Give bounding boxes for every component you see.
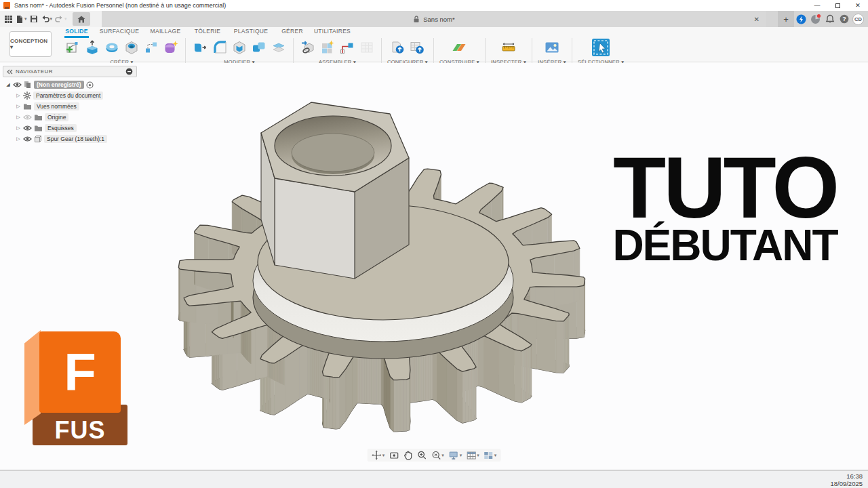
visibility-eye-icon[interactable] <box>23 136 32 142</box>
help-icon[interactable]: ? <box>837 12 851 26</box>
measure-icon[interactable] <box>500 39 517 56</box>
visibility-eye-icon[interactable] <box>13 81 22 88</box>
activate-radio-icon[interactable] <box>86 81 94 89</box>
tree-label[interactable]: Paramètres du document <box>33 92 103 100</box>
windows-taskbar: 16:38 18/09/2025 <box>0 470 868 488</box>
fillet-icon[interactable] <box>211 39 229 56</box>
maximize-button[interactable] <box>827 0 848 11</box>
home-button[interactable] <box>73 12 90 26</box>
tree-row-spur-gear[interactable]: ▷ Spur Gear (18 teeth):1 <box>5 134 107 144</box>
zoom-icon[interactable] <box>416 450 427 460</box>
configure-table-icon[interactable] <box>408 39 426 56</box>
create-sketch-icon[interactable] <box>64 39 81 56</box>
fit-icon[interactable]: ▾ <box>431 450 444 460</box>
document-icon <box>24 81 32 89</box>
group-assembler: ASSEMBLER ▾ <box>295 38 380 65</box>
expander-icon[interactable]: ▷ <box>16 115 21 120</box>
visibility-eye-off-icon[interactable] <box>23 114 32 121</box>
tree-root-row[interactable]: ◢ (Non enregistré) <box>5 79 107 90</box>
tab-close-icon[interactable]: ✕ <box>754 16 760 23</box>
expander-icon[interactable]: ▷ <box>16 136 21 142</box>
gear-settings-icon <box>23 92 31 100</box>
combine-icon[interactable] <box>250 39 268 56</box>
group-creer: CRÉER ▾ <box>60 38 184 65</box>
tree-row-vues[interactable]: ▷ Vues nommées <box>5 101 107 112</box>
look-at-icon[interactable] <box>389 451 399 460</box>
workspace-selector[interactable]: CONCEPTION ▾ <box>9 31 52 57</box>
expander-icon[interactable]: ▷ <box>16 104 21 109</box>
folder-icon <box>34 125 43 132</box>
view-navigation-toolbar: ▾ ▾ ▾ ▾ ▾ <box>368 449 501 462</box>
expander-icon[interactable]: ▷ <box>16 93 21 98</box>
new-component-icon[interactable] <box>319 39 336 56</box>
taskbar-clock[interactable]: 16:38 18/09/2025 <box>830 472 863 487</box>
insert-image-icon[interactable] <box>543 39 561 56</box>
overlay-line1: TUTO <box>595 152 854 224</box>
press-pull-icon[interactable] <box>191 39 209 56</box>
group-selectionner: SÉLECTIONNER ▾ <box>574 38 628 65</box>
revolve-icon[interactable] <box>103 39 121 56</box>
pattern-icon[interactable] <box>142 39 160 56</box>
app-grid-icon[interactable] <box>4 15 13 24</box>
root-document-label[interactable]: (Non enregistré) <box>34 81 84 89</box>
tree-row-parametres[interactable]: ▷ Paramètres du document <box>5 90 107 101</box>
notifications-bell-icon[interactable] <box>823 12 837 26</box>
tree-label[interactable]: Esquisses <box>45 124 77 132</box>
hole-icon[interactable] <box>123 39 140 56</box>
tab-gerer[interactable]: GÉRER <box>281 28 303 35</box>
shell-icon[interactable] <box>231 39 248 56</box>
viewports-icon[interactable]: ▾ <box>484 451 497 460</box>
expander-open-icon[interactable]: ◢ <box>5 82 11 87</box>
tree-label[interactable]: Spur Gear (18 teeth):1 <box>44 135 107 143</box>
tree-row-esquisses[interactable]: ▷ Esquisses <box>5 123 107 134</box>
construction-plane-icon[interactable] <box>450 39 468 56</box>
document-tabstrip: Sans nom* ✕ ▾ ▾ ▾ + <box>0 11 868 27</box>
extrude-icon[interactable] <box>83 39 101 56</box>
display-settings-icon[interactable]: ▾ <box>448 450 462 460</box>
create-form-icon[interactable] <box>162 39 180 56</box>
model-viewport[interactable]: NAVIGATEUR ◢ (Non enregistré) ▷ Paramètr <box>0 63 868 470</box>
window-titlebar: Sans nom* - Autodesk Fusion Personnel (n… <box>0 0 868 11</box>
configure-icon[interactable] <box>389 39 406 56</box>
spur-gear-model[interactable] <box>156 78 617 447</box>
document-tab[interactable]: Sans nom* ✕ <box>102 11 766 27</box>
svg-text:?: ? <box>842 16 846 22</box>
panel-minus-icon[interactable] <box>125 68 133 75</box>
tree-label[interactable]: Origine <box>45 113 68 121</box>
job-status-icon[interactable] <box>808 12 823 26</box>
tree-row-origine[interactable]: ▷ Origine <box>5 112 107 123</box>
quick-access-toolbar: ▾ ▾ ▾ <box>0 11 102 27</box>
undo-icon[interactable]: ▾ <box>41 15 53 23</box>
tab-maillage[interactable]: MAILLAGE <box>151 28 181 35</box>
expander-icon[interactable]: ▷ <box>16 125 21 131</box>
user-avatar[interactable]: CD <box>852 14 864 25</box>
tab-surfacique[interactable]: SURFACIQUE <box>100 28 139 35</box>
select-tool-icon[interactable] <box>589 38 613 57</box>
collapse-panel-icon[interactable] <box>7 69 13 75</box>
save-icon[interactable] <box>30 15 38 23</box>
logo-product-code: FUS <box>55 415 106 445</box>
minimize-button[interactable]: — <box>807 0 827 11</box>
navigator-title: NAVIGATEUR <box>16 68 53 75</box>
split-body-icon[interactable] <box>270 39 288 56</box>
navigator-header[interactable]: NAVIGATEUR <box>3 66 137 77</box>
visibility-eye-icon[interactable] <box>23 125 32 131</box>
group-construire: CONSTRUIRE ▾ <box>435 38 484 65</box>
tab-utilitaires[interactable]: UTILITAIRES <box>314 28 351 35</box>
grid-settings-icon[interactable]: ▾ <box>466 451 479 460</box>
redo-icon[interactable]: ▾ <box>55 15 67 23</box>
joint-icon[interactable] <box>338 39 356 56</box>
pan-icon[interactable] <box>403 450 412 460</box>
tab-plastique[interactable]: PLASTIQUE <box>234 28 268 35</box>
tab-solide[interactable]: SOLIDE <box>65 28 87 35</box>
new-document-button[interactable]: + <box>778 11 794 27</box>
tab-tolerie[interactable]: TÔLERIE <box>195 28 220 35</box>
insert-derive-icon[interactable] <box>299 39 317 56</box>
extensions-icon[interactable] <box>794 12 808 26</box>
logo-letter: F <box>64 346 96 399</box>
folder-icon <box>23 103 32 110</box>
file-menu-icon[interactable]: ▾ <box>16 15 27 24</box>
close-button[interactable]: ✕ <box>848 0 868 11</box>
tree-label[interactable]: Vues nommées <box>34 102 79 110</box>
orbit-icon[interactable]: ▾ <box>372 450 385 460</box>
